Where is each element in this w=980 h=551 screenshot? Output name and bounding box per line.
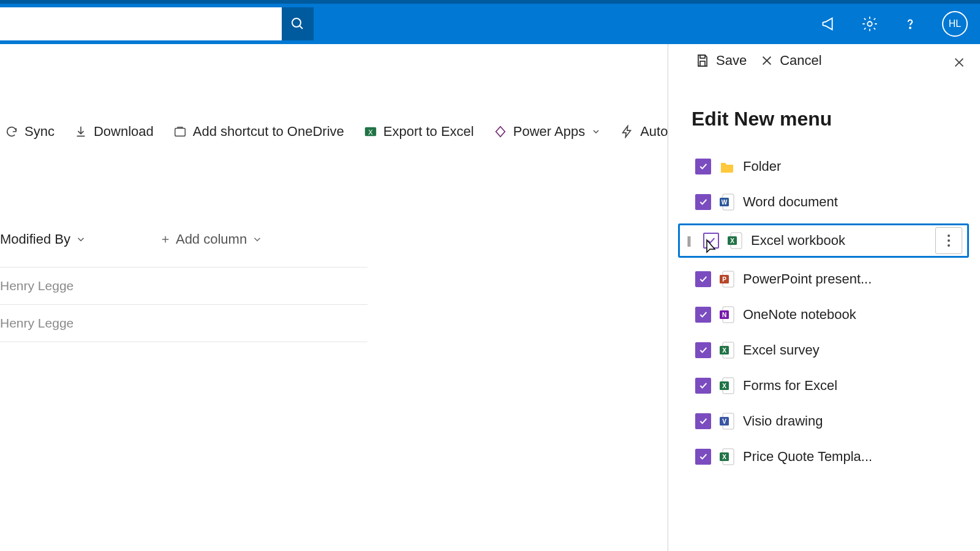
more-options-button[interactable] bbox=[935, 227, 962, 254]
column-label: Add column bbox=[176, 231, 247, 247]
svg-text:V: V bbox=[722, 418, 726, 425]
chevron-down-icon bbox=[75, 234, 86, 245]
search-icon bbox=[290, 17, 305, 31]
svg-text:X: X bbox=[722, 383, 726, 389]
word-icon: W bbox=[720, 193, 734, 211]
checkbox[interactable] bbox=[695, 449, 711, 465]
search-box bbox=[0, 7, 282, 40]
cmd-label: Export to Excel bbox=[383, 124, 474, 140]
help-icon[interactable] bbox=[902, 15, 919, 32]
sync-button[interactable]: Sync bbox=[5, 124, 55, 140]
checkbox[interactable] bbox=[703, 233, 719, 249]
checkbox[interactable] bbox=[695, 413, 711, 429]
sync-icon bbox=[5, 125, 18, 138]
menu-item-label: Price Quote Templa... bbox=[743, 449, 964, 465]
checkbox[interactable] bbox=[695, 159, 711, 174]
column-headers: Modified By Add column bbox=[0, 231, 263, 247]
column-modified-by[interactable]: Modified By bbox=[0, 231, 86, 247]
menu-item-label: Excel survey bbox=[743, 342, 964, 358]
checkbox[interactable] bbox=[695, 194, 711, 210]
menu-item[interactable]: XExcel survey bbox=[695, 336, 969, 364]
svg-text:X: X bbox=[730, 238, 734, 244]
folder-icon bbox=[720, 158, 734, 175]
chevron-down-icon bbox=[591, 127, 601, 137]
gear-icon[interactable] bbox=[861, 15, 878, 32]
add-shortcut-button[interactable]: Add shortcut to OneDrive bbox=[173, 124, 344, 140]
command-bar: Sync Download Add shortcut to OneDrive X… bbox=[0, 124, 714, 140]
checkbox[interactable] bbox=[695, 307, 711, 323]
avatar[interactable]: HL bbox=[942, 11, 968, 37]
powerapps-icon bbox=[494, 125, 507, 138]
power-apps-button[interactable]: Power Apps bbox=[494, 124, 601, 140]
onenote-icon: N bbox=[720, 306, 734, 323]
cmd-label: Sync bbox=[24, 124, 55, 140]
svg-rect-4 bbox=[175, 129, 186, 137]
menu-items-list: FolderWWord document||XExcel workbookPPo… bbox=[668, 130, 980, 471]
download-button[interactable]: Download bbox=[74, 124, 154, 140]
save-icon bbox=[695, 53, 710, 68]
table-row[interactable]: Henry Legge bbox=[0, 267, 368, 305]
table-row[interactable]: Henry Legge bbox=[0, 305, 368, 342]
chevron-down-icon bbox=[252, 234, 263, 245]
cancel-button[interactable]: Cancel bbox=[760, 53, 821, 69]
checkbox[interactable] bbox=[695, 378, 711, 394]
panel-commands: Save Cancel bbox=[668, 53, 980, 69]
menu-item-label: OneNote notebook bbox=[743, 307, 964, 323]
svg-rect-8 bbox=[700, 61, 705, 66]
menu-item-label: Excel workbook bbox=[751, 233, 927, 249]
svg-text:X: X bbox=[722, 454, 726, 460]
excel-icon: X bbox=[364, 125, 377, 138]
svg-point-0 bbox=[292, 18, 301, 27]
cmd-label: Save bbox=[716, 53, 747, 69]
search-button[interactable] bbox=[282, 7, 314, 40]
svg-text:P: P bbox=[722, 276, 726, 283]
column-label: Modified By bbox=[0, 231, 70, 247]
checkbox[interactable] bbox=[695, 271, 711, 287]
svg-point-2 bbox=[867, 21, 872, 26]
menu-item[interactable]: ||XExcel workbook bbox=[678, 223, 969, 258]
svg-point-3 bbox=[910, 28, 911, 29]
menu-item-label: Visio drawing bbox=[743, 413, 964, 429]
menu-item[interactable]: VVisio drawing bbox=[695, 407, 969, 435]
edit-new-menu-panel: Save Cancel Edit New menu FolderWWord do… bbox=[668, 44, 980, 551]
close-icon bbox=[952, 56, 966, 69]
excel-icon: X bbox=[720, 448, 734, 465]
svg-line-1 bbox=[300, 26, 303, 29]
panel-title: Edit New menu bbox=[668, 69, 980, 130]
header-right-group: HL bbox=[821, 11, 968, 37]
search-input[interactable] bbox=[0, 7, 282, 40]
menu-item-label: Folder bbox=[743, 159, 964, 174]
drag-handle-icon[interactable]: || bbox=[682, 233, 695, 248]
menu-item-label: Forms for Excel bbox=[743, 378, 964, 394]
cmd-label: Power Apps bbox=[513, 124, 585, 140]
menu-item[interactable]: Folder bbox=[695, 152, 969, 181]
add-column-button[interactable]: Add column bbox=[160, 231, 263, 247]
cmd-label: Cancel bbox=[780, 53, 821, 69]
megaphone-icon[interactable] bbox=[821, 15, 838, 32]
suite-header: HL bbox=[0, 0, 980, 44]
menu-item-label: Word document bbox=[743, 194, 964, 210]
visio-icon: V bbox=[720, 413, 734, 430]
cmd-label: Add shortcut to OneDrive bbox=[193, 124, 344, 140]
save-button[interactable]: Save bbox=[695, 53, 747, 69]
export-excel-button[interactable]: X Export to Excel bbox=[364, 124, 474, 140]
excel-icon: X bbox=[720, 377, 734, 394]
menu-item[interactable]: XPrice Quote Templa... bbox=[695, 443, 969, 471]
svg-text:N: N bbox=[722, 312, 726, 318]
svg-rect-7 bbox=[700, 55, 705, 58]
menu-item[interactable]: PPowerPoint present... bbox=[695, 265, 969, 293]
menu-item[interactable]: NOneNote notebook bbox=[695, 301, 969, 329]
ppt-icon: P bbox=[720, 271, 734, 288]
excel-icon: X bbox=[720, 342, 734, 359]
menu-item[interactable]: WWord document bbox=[695, 188, 969, 216]
svg-point-17 bbox=[948, 244, 950, 247]
list-rows: Henry Legge Henry Legge bbox=[0, 267, 368, 342]
menu-item-label: PowerPoint present... bbox=[743, 271, 964, 287]
plus-icon bbox=[160, 234, 171, 245]
checkbox[interactable] bbox=[695, 342, 711, 358]
menu-item[interactable]: XForms for Excel bbox=[695, 372, 969, 400]
svg-text:X: X bbox=[722, 347, 726, 354]
panel-close-button[interactable] bbox=[949, 53, 969, 72]
svg-text:W: W bbox=[722, 199, 728, 206]
svg-point-16 bbox=[948, 239, 950, 242]
